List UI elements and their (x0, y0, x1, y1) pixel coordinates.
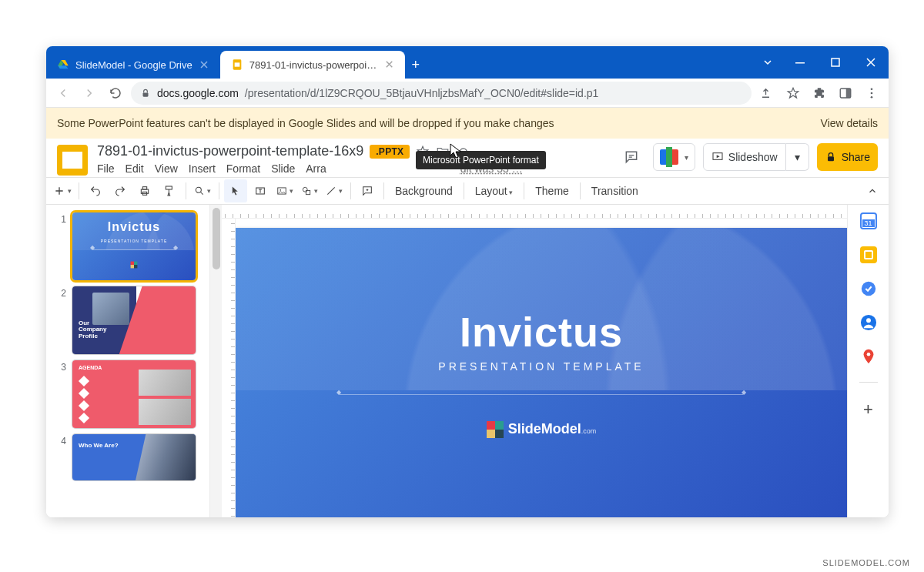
slide-thumbnail-1[interactable]: Invictus PRESENTATION TEMPLATE (72, 212, 196, 280)
line-button[interactable] (323, 179, 346, 202)
slide-divider (340, 394, 743, 395)
select-tool-button[interactable] (224, 179, 247, 202)
tasks-icon[interactable] (860, 280, 877, 297)
browser-window: SlideModel - Google Drive 7891-01-invict… (46, 46, 889, 517)
address-bar[interactable]: docs.google.com/presentation/d/1lZ9CRQOU… (131, 82, 752, 105)
comment-insert-button[interactable] (356, 179, 379, 202)
lock-icon (825, 151, 837, 163)
layout-button[interactable]: Layout (469, 185, 520, 197)
side-panel-icon[interactable] (835, 82, 856, 104)
svg-rect-4 (234, 62, 239, 66)
collapse-toolbar-icon[interactable] (861, 179, 884, 202)
svg-marker-2 (58, 65, 68, 69)
current-slide[interactable]: Invictus PRESENTATION TEMPLATE SlideMode… (236, 228, 847, 517)
zoom-button[interactable] (191, 179, 214, 202)
window-close-icon[interactable] (853, 46, 889, 79)
svg-point-10 (871, 88, 873, 90)
meet-button[interactable]: ▾ (653, 143, 695, 171)
address-bar-row: docs.google.com/presentation/d/1lZ9CRQOU… (46, 79, 889, 108)
thumb-number: 2 (57, 286, 66, 299)
nav-back-icon[interactable] (52, 82, 74, 104)
document-title[interactable]: 7891-01-invictus-powerpoint-template-16x… (97, 143, 363, 159)
transition-button[interactable]: Transition (585, 185, 644, 197)
filmstrip: 1 Invictus PRESENTATION TEMPLATE 2 (46, 205, 209, 517)
window-controls (753, 46, 889, 79)
new-slide-button[interactable] (51, 179, 74, 202)
filmstrip-scrollbar[interactable] (209, 205, 222, 517)
browser-tab-slides[interactable]: 7891-01-invictus-powerpoint-te (220, 51, 405, 79)
window-minimize-icon[interactable] (782, 46, 818, 79)
banner-view-details-button[interactable]: View details (821, 117, 878, 129)
svg-rect-6 (832, 59, 839, 66)
menu-insert[interactable]: Insert (189, 162, 216, 175)
compat-banner: Some PowerPoint features can't be displa… (46, 108, 889, 139)
slide-thumbnail-3[interactable]: AGENDA (72, 360, 196, 428)
slide-thumbnail-2[interactable]: OurCompanyProfile (72, 286, 196, 354)
svg-rect-15 (141, 189, 148, 193)
menu-view[interactable]: View (155, 162, 178, 175)
url-path: /presentation/d/1lZ9CRQOU_5BtjauVHnljzbs… (245, 87, 599, 99)
menu-slide[interactable]: Slide (271, 162, 295, 175)
menu-format[interactable]: Format (226, 162, 260, 175)
svg-rect-18 (166, 186, 172, 189)
ruler-horizontal (222, 205, 847, 219)
tab-label: 7891-01-invictus-powerpoint-te (249, 59, 378, 71)
extensions-icon[interactable] (808, 82, 830, 104)
pptx-badge[interactable]: .PPTX (370, 145, 410, 159)
svg-point-27 (866, 318, 871, 323)
close-icon[interactable] (199, 59, 209, 70)
keep-icon[interactable] (860, 246, 877, 263)
maps-icon[interactable] (860, 348, 877, 365)
close-icon[interactable] (384, 59, 394, 70)
theme-button[interactable]: Theme (529, 185, 575, 197)
slides-product-icon[interactable] (57, 145, 88, 176)
docs-header: 7891-01-invictus-powerpoint-template-16x… (46, 139, 889, 177)
canvas-area: Invictus PRESENTATION TEMPLATE SlideMode… (222, 205, 847, 517)
menu-file[interactable]: File (97, 162, 115, 175)
calendar-icon[interactable]: 31 (860, 212, 877, 229)
menu-arrange-truncated[interactable]: Arra (306, 162, 326, 175)
slideshow-dropdown[interactable]: ▾ (786, 143, 809, 171)
menu-edit[interactable]: Edit (126, 162, 144, 175)
play-icon (711, 151, 724, 163)
textbox-button[interactable] (249, 179, 272, 202)
svg-rect-5 (795, 62, 805, 64)
side-panel: 31 + (847, 205, 889, 517)
undo-button[interactable] (84, 179, 107, 202)
slide-thumbnail-4[interactable]: Who We Are? (72, 434, 196, 480)
svg-rect-7 (143, 92, 149, 96)
paint-format-button[interactable] (158, 179, 181, 202)
slidemodel-logo: SlideModel.com (487, 421, 597, 438)
slide-subtitle: PRESENTATION TEMPLATE (438, 360, 644, 373)
redo-button[interactable] (109, 179, 132, 202)
background-button[interactable]: Background (389, 185, 459, 197)
nav-reload-icon[interactable] (105, 82, 126, 104)
svg-point-22 (280, 189, 281, 191)
print-button[interactable] (133, 179, 156, 202)
toolbar: Background Layout Theme Transition (46, 177, 889, 205)
comments-button[interactable] (618, 143, 645, 171)
share-page-icon[interactable] (756, 82, 778, 104)
contacts-icon[interactable] (860, 314, 877, 331)
share-button[interactable]: Share (817, 143, 878, 171)
nav-forward-icon[interactable] (79, 82, 100, 104)
shape-button[interactable] (298, 179, 321, 202)
url-host: docs.google.com (157, 87, 239, 99)
browser-tab-drive[interactable]: SlideModel - Google Drive (46, 51, 220, 79)
svg-point-28 (866, 353, 870, 356)
slideshow-button[interactable]: Slideshow (703, 143, 786, 171)
chrome-menu-icon[interactable] (861, 82, 882, 104)
bookmark-star-icon[interactable] (782, 82, 804, 104)
get-addons-button[interactable]: + (863, 400, 873, 420)
window-maximize-icon[interactable] (818, 46, 853, 79)
svg-rect-16 (142, 187, 146, 189)
slide-canvas[interactable]: Invictus PRESENTATION TEMPLATE SlideMode… (236, 219, 847, 517)
svg-rect-14 (828, 156, 834, 161)
new-tab-button[interactable]: + (405, 51, 427, 79)
tab-dropdown-icon[interactable] (753, 46, 782, 79)
lock-icon (140, 88, 151, 99)
svg-point-19 (196, 187, 201, 192)
mouse-cursor-icon (450, 143, 462, 159)
image-button[interactable] (273, 179, 296, 202)
slidemodel-mark-icon (487, 421, 504, 438)
